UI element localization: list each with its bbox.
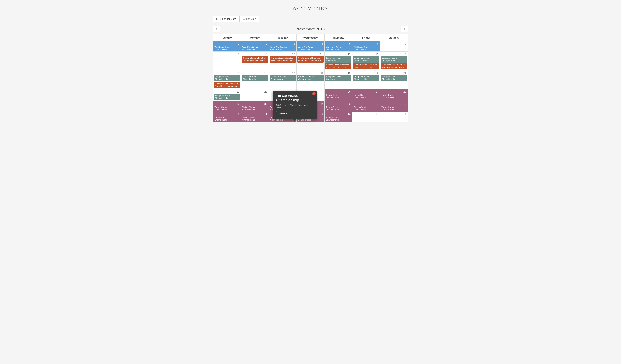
day-dec-3: 3 Turkey Chess Championship	[324, 101, 352, 112]
header-monday: Monday	[241, 34, 269, 41]
event-liberation-12[interactable]: 6. International Liberation Move Chess T…	[325, 63, 351, 69]
day-nov-19: 19 European Teams Championship	[324, 70, 352, 89]
event-european-15[interactable]: European Teams Championship	[214, 75, 240, 81]
event-liberation-10[interactable]: 6. International Liberation Move Chess T…	[270, 56, 296, 63]
popup-close-button[interactable]: ×	[312, 92, 316, 95]
event-turkey-dec6[interactable]: Turkey Chess Championship	[214, 116, 240, 121]
event-european-13[interactable]: European Teams Championship	[353, 56, 379, 63]
event-turkey-30[interactable]: Turkey Chess Championship	[242, 106, 268, 111]
event-world-age-1[interactable]: World Age Groups Championship	[214, 46, 240, 51]
calendar-row-4: 22 European Teams Championship 23 24 × T…	[213, 89, 408, 101]
day-nov-27: 27 Turkey Chess Championship	[352, 89, 380, 101]
event-world-age-5[interactable]: World Age Groups Championship	[325, 46, 351, 51]
event-liberation-13[interactable]: 6. International Liberation Move Chess T…	[353, 63, 379, 69]
day-number-3: 3	[270, 42, 296, 46]
day-dec-10: 10 Turkey Chess Championship	[324, 112, 352, 122]
calendar-row-1: 1 World Age Groups Championship 2 World …	[213, 41, 408, 52]
day-number-dec7: 7	[242, 113, 268, 116]
event-european-18[interactable]: European Teams Championship	[297, 75, 324, 81]
event-world-age-4[interactable]: World Age Groups Championship	[297, 46, 324, 51]
event-european-17[interactable]: European Teams Championship	[270, 75, 296, 81]
day-number-dec4: 4	[353, 102, 379, 106]
list-icon: ☰	[242, 17, 245, 20]
header-saturday: Saturday	[380, 34, 408, 41]
tab-list[interactable]: ☰ List View	[240, 16, 259, 22]
day-number-23: 23	[242, 90, 268, 94]
day-number-21: 21	[381, 71, 407, 75]
day-nov-9: 9 6. International Liberation Move Chess…	[241, 52, 269, 70]
event-european-22[interactable]: European Teams Championship	[214, 94, 240, 100]
day-number-19: 19	[325, 71, 351, 75]
day-number-dec12: 12	[381, 113, 407, 116]
day-nov-26: 26 Turkey Chess Championship	[324, 89, 352, 101]
event-turkey-dec10[interactable]: Turkey Chess Championship	[325, 116, 351, 121]
event-european-16[interactable]: European Teams Championship	[242, 75, 268, 81]
header-friday: Friday	[352, 34, 380, 41]
day-number-8: 8	[214, 52, 240, 56]
day-dec-7: 7 Turkey Chess Championship	[241, 112, 269, 122]
day-number-5: 5	[325, 42, 351, 46]
day-nov-6: 6 World Age Groups Championship	[352, 41, 380, 52]
day-number-dec5: 5	[381, 102, 407, 106]
day-nov-13: 13 European Teams Championship 6. Intern…	[352, 52, 380, 70]
day-number-27: 27	[353, 90, 379, 94]
day-nov-4: 4 World Age Groups Championship	[297, 41, 324, 52]
day-number-15: 15	[214, 71, 240, 75]
event-world-age-2[interactable]: World Age Groups Championship	[242, 46, 268, 51]
calendar-header-row: Sunday Monday Tuesday Wednesday Thursday…	[213, 34, 408, 41]
day-number-dec3: 3	[325, 102, 351, 106]
day-number-22: 22	[214, 90, 240, 94]
event-world-age-6[interactable]: World Age Groups Championship	[353, 46, 379, 51]
day-nov-22: 22 European Teams Championship	[213, 89, 241, 101]
day-nov-10: 10 6. International Liberation Move Ches…	[269, 52, 297, 70]
event-liberation-15[interactable]: 6. International Liberation Move Chess T…	[214, 82, 240, 88]
event-turkey-29[interactable]: Turkey Chess Championship	[214, 106, 240, 111]
event-turkey-dec3[interactable]: Turkey Chess Championship	[325, 106, 351, 111]
event-liberation-14[interactable]: 6. International Liberation Move Chess T…	[381, 63, 407, 69]
calendar-container: ‹ November 2015 › Sunday Monday Tuesday …	[213, 26, 408, 122]
event-european-21[interactable]: European Teams Championship	[381, 75, 407, 81]
day-dec-5: 5 Turkey Chess Championship	[380, 101, 408, 112]
event-liberation-11[interactable]: 6. International Liberation Move Chess T…	[297, 56, 324, 63]
next-month-button[interactable]: ›	[401, 26, 408, 32]
event-european-12[interactable]: European Teams Championship	[325, 56, 351, 63]
day-nov-23: 23	[241, 89, 269, 101]
day-number-29: 29	[214, 102, 240, 106]
day-nov-17: 17 European Teams Championship	[269, 70, 297, 89]
view-tabs: ▦ Calendar View ☰ List View	[213, 16, 408, 22]
event-turkey-dec7[interactable]: Turkey Chess Championship	[242, 116, 268, 121]
day-nov-30: 30 Turkey Chess Championship	[241, 101, 269, 112]
day-nov-15: 15 European Teams Championship 6. Intern…	[213, 70, 241, 89]
event-popup: × Turkey Chess Championship 26 October 2…	[273, 91, 317, 119]
day-nov-24: 24 × Turkey Chess Championship 26 Octobe…	[269, 89, 297, 101]
day-nov-18: 18 European Teams Championship	[297, 70, 324, 89]
day-nov-3: 3 World Age Groups Championship	[269, 41, 297, 52]
day-number-11: 11	[297, 52, 324, 56]
event-european-20[interactable]: European Teams Championship	[353, 75, 379, 81]
day-number-2: 2	[242, 42, 268, 46]
tab-calendar[interactable]: ▦ Calendar View	[213, 16, 240, 22]
day-nov-28: 28 Turkey Chess Championship	[380, 89, 408, 101]
day-number-13: 13	[353, 52, 379, 56]
event-liberation-9[interactable]: 6. International Liberation Move Chess T…	[242, 56, 268, 63]
day-dec-4: 4 Turkey Chess Championship	[352, 101, 380, 112]
event-turkey-28[interactable]: Turkey Chess Championship	[381, 94, 407, 99]
event-turkey-dec5[interactable]: Turkey Chess Championship	[381, 106, 407, 111]
event-turkey-27[interactable]: Turkey Chess Championship	[353, 94, 379, 99]
day-number-12: 12	[325, 52, 351, 56]
event-european-14[interactable]: European Teams Championship	[381, 56, 407, 63]
popup-more-info-button[interactable]: More Info	[276, 111, 290, 116]
event-european-19[interactable]: European Teams Championship	[325, 75, 351, 81]
day-dec-11: 11	[352, 112, 380, 122]
day-nov-21: 21 European Teams Championship	[380, 70, 408, 89]
day-number-6: 6	[353, 42, 379, 46]
event-world-age-3[interactable]: World Age Groups Championship	[270, 46, 296, 51]
event-turkey-dec4[interactable]: Turkey Chess Championship	[353, 106, 379, 111]
event-turkey-26[interactable]: Turkey Chess Championship	[325, 94, 351, 99]
day-number-30: 30	[242, 102, 268, 106]
day-nov-12: 12 European Teams Championship 6. Intern…	[324, 52, 352, 70]
header-thursday: Thursday	[324, 34, 352, 41]
prev-month-button[interactable]: ‹	[213, 26, 220, 32]
day-nov-7: 7	[380, 41, 408, 52]
calendar-row-3: 15 European Teams Championship 6. Intern…	[213, 70, 408, 89]
